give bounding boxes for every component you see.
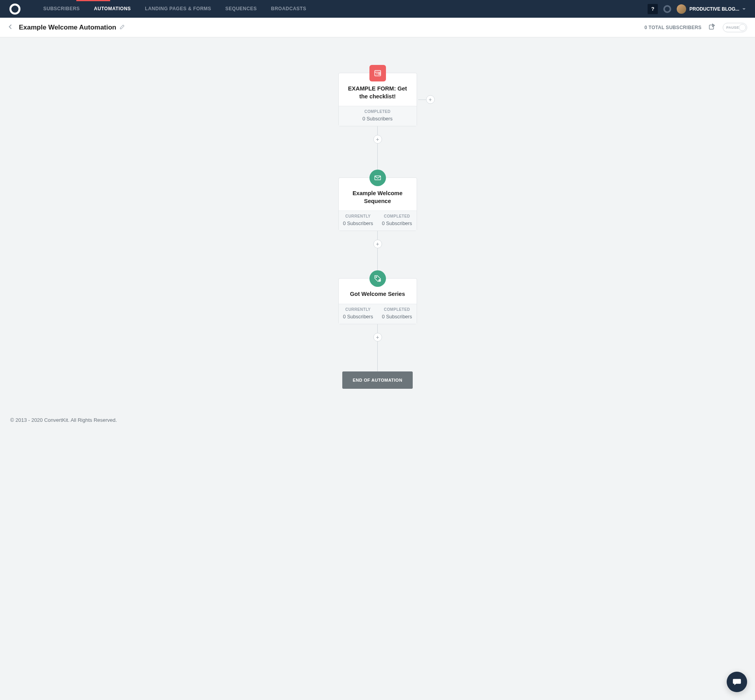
nav-broadcasts[interactable]: BROADCASTS: [264, 0, 314, 18]
page-title: Example Welcome Automation: [19, 24, 116, 31]
total-subscribers: 0 TOTAL SUBSCRIBERS: [644, 25, 701, 30]
avatar: [677, 4, 686, 14]
end-node: END OF AUTOMATION: [342, 371, 412, 389]
nav-right: ? PRODUCTIVE BLOG...: [648, 4, 746, 14]
chevron-down-icon: [742, 8, 746, 10]
plus-icon: +: [426, 95, 435, 104]
sequence-completed-value: 0 Subscribers: [382, 221, 412, 226]
tag-completed-value: 0 Subscribers: [382, 314, 412, 320]
add-step-button[interactable]: +: [373, 240, 382, 248]
sub-header: Example Welcome Automation 0 TOTAL SUBSC…: [0, 18, 755, 37]
tag-currently-value: 0 Subscribers: [343, 314, 373, 320]
add-step-button[interactable]: +: [373, 333, 382, 342]
user-name: PRODUCTIVE BLOG...: [689, 6, 739, 12]
mail-icon: [369, 170, 386, 186]
add-branch-right[interactable]: +: [426, 95, 435, 104]
form-node[interactable]: EXAMPLE FORM: Get the checklist! COMPLET…: [338, 73, 417, 126]
pencil-icon[interactable]: [120, 24, 125, 31]
sequence-completed-label: COMPLETED: [378, 214, 417, 218]
nav-subscribers[interactable]: SUBSCRIBERS: [36, 0, 87, 18]
svg-rect-4: [378, 73, 380, 74]
form-completed-label: COMPLETED: [339, 109, 417, 114]
svg-rect-0: [709, 25, 714, 29]
nav-landing-pages-forms[interactable]: LANDING PAGES & FORMS: [138, 0, 218, 18]
share-icon[interactable]: [709, 23, 716, 32]
svg-rect-5: [375, 176, 380, 180]
tag-completed-label: COMPLETED: [378, 307, 417, 312]
back-button[interactable]: [8, 24, 15, 31]
tag-node-stats: CURRENTLY 0 Subscribers COMPLETED 0 Subs…: [339, 304, 417, 324]
footer: © 2013 - 2020 ConvertKit. All Rights Res…: [0, 408, 755, 432]
toggle-knob: [739, 24, 746, 31]
logo[interactable]: [9, 4, 20, 15]
connector-3: +: [377, 324, 378, 371]
sequence-currently-value: 0 Subscribers: [343, 221, 373, 226]
active-tab-indicator: [76, 0, 110, 1]
form-completed-value: 0 Subscribers: [362, 116, 392, 122]
tag-node[interactable]: Got Welcome Series CURRENTLY 0 Subscribe…: [338, 278, 417, 324]
form-icon: [369, 65, 386, 81]
sequence-node-stats: CURRENTLY 0 Subscribers COMPLETED 0 Subs…: [339, 211, 417, 231]
user-menu[interactable]: PRODUCTIVE BLOG...: [677, 4, 746, 14]
help-button[interactable]: ?: [648, 4, 658, 14]
automation-flow: EXAMPLE FORM: Get the checklist! COMPLET…: [338, 73, 417, 389]
automation-canvas: EXAMPLE FORM: Get the checklist! COMPLET…: [0, 37, 755, 408]
loading-icon: [663, 5, 671, 13]
nav-automations[interactable]: AUTOMATIONS: [87, 0, 138, 18]
tag-currently-label: CURRENTLY: [339, 307, 378, 312]
status-toggle[interactable]: PAUSED: [723, 23, 747, 32]
tag-icon: [369, 270, 386, 287]
add-step-button[interactable]: +: [373, 135, 382, 144]
svg-point-6: [376, 277, 377, 278]
nav-sequences[interactable]: SEQUENCES: [218, 0, 264, 18]
sequence-currently-label: CURRENTLY: [339, 214, 378, 218]
form-node-stats: COMPLETED 0 Subscribers: [339, 106, 417, 126]
sequence-node[interactable]: Example Welcome Sequence CURRENTLY 0 Sub…: [338, 177, 417, 231]
nav-links: SUBSCRIBERS AUTOMATIONS LANDING PAGES & …: [36, 0, 313, 18]
top-nav: SUBSCRIBERS AUTOMATIONS LANDING PAGES & …: [0, 0, 755, 18]
